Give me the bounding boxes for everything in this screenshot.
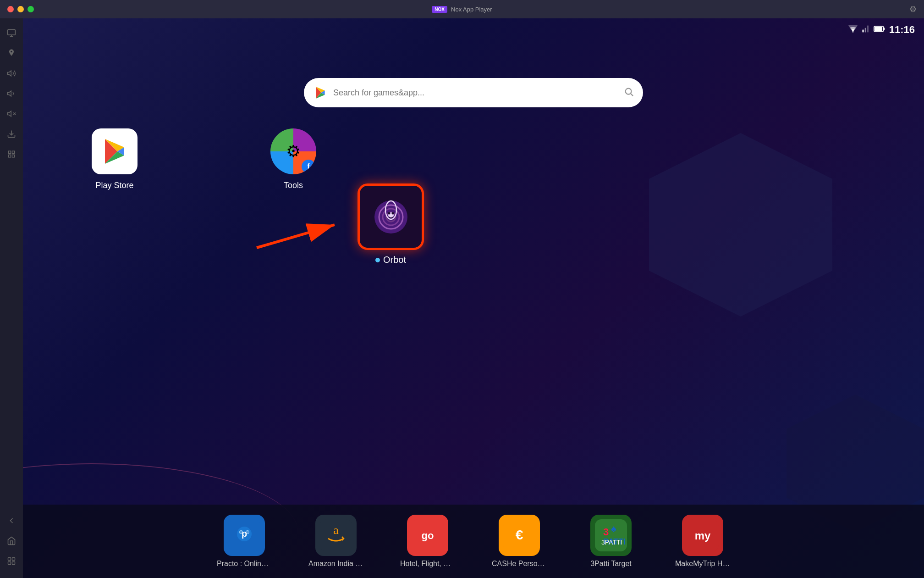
arrow-annotation [243, 202, 367, 252]
sidebar [0, 18, 23, 578]
dock-cashe[interactable]: € CASHe Personal Loan App [492, 515, 547, 568]
dock: p Practo : Online Doctor App a Amazon In… [23, 505, 924, 578]
svg-text:3PATTI: 3PATTI [601, 539, 622, 546]
android-screen: 11:16 Play Store [23, 18, 924, 578]
svg-rect-23 [874, 27, 882, 30]
svg-text:♠: ♠ [611, 523, 616, 534]
search-icon [624, 87, 634, 99]
amazon-label: Amazon India Shop, Pay,... [308, 560, 363, 568]
svg-text:€: € [516, 527, 523, 542]
svg-point-41 [388, 212, 390, 214]
sidebar-install-icon[interactable] [4, 126, 19, 142]
practo-logo: p [228, 519, 260, 551]
sidebar-back-icon[interactable] [4, 513, 19, 528]
svg-rect-11 [8, 155, 11, 157]
orbot-tor-icon [373, 199, 409, 235]
goibibo-label: Hotel, Flight, Bus Booking... [400, 560, 455, 568]
svg-point-28 [626, 89, 632, 94]
sidebar-apps-icon[interactable] [4, 553, 19, 569]
dock-amazon[interactable]: a Amazon India Shop, Pay,... [308, 515, 363, 568]
status-bar: 11:16 [839, 18, 924, 41]
minimize-button[interactable] [17, 6, 24, 12]
svg-rect-22 [883, 28, 885, 30]
makemytrip-icon: my [682, 515, 723, 556]
svg-marker-4 [8, 91, 11, 96]
svg-text:my: my [695, 529, 711, 542]
title-text: NOX Nox App Player [432, 6, 492, 13]
orbot-icon-box [358, 183, 424, 250]
tools-facebook-badge: f [302, 160, 315, 173]
svg-marker-5 [8, 111, 11, 117]
svg-point-42 [391, 212, 394, 214]
tools-app[interactable]: ⚙ f Tools [270, 128, 316, 190]
app-title: Nox App Player [451, 6, 492, 13]
wifi-icon [848, 25, 858, 35]
sidebar-location-icon[interactable] [4, 45, 19, 61]
svg-text:a: a [333, 523, 339, 537]
dock-makemytrip[interactable]: my MakeMyTrip Hotels, Flight... [675, 515, 730, 568]
title-bar: NOX Nox App Player ⚙ [0, 0, 924, 18]
play-store-app[interactable]: Play Store [92, 128, 138, 190]
sidebar-volume-up-icon[interactable] [4, 66, 19, 81]
svg-rect-15 [8, 562, 11, 565]
maximize-button[interactable] [28, 6, 34, 12]
svg-text:p: p [242, 528, 247, 539]
signal-icon [862, 25, 870, 35]
dock-goibibo[interactable]: go Hotel, Flight, Bus Booking... [400, 515, 455, 568]
svg-text:3: 3 [603, 526, 609, 538]
practo-label: Practo : Online Doctor App [217, 560, 272, 568]
svg-point-17 [852, 31, 853, 33]
orbot-app[interactable]: Orbot [358, 183, 424, 265]
sidebar-grid-icon[interactable] [4, 146, 19, 162]
cashe-logo: € [503, 519, 535, 551]
svg-rect-9 [8, 151, 11, 153]
tools-label: Tools [284, 181, 303, 190]
settings-button[interactable]: ⚙ [909, 4, 917, 14]
svg-rect-0 [8, 30, 16, 35]
orbot-status-dot [375, 258, 380, 262]
play-store-logo-icon [101, 138, 128, 165]
svg-line-29 [631, 94, 633, 96]
svg-rect-13 [8, 558, 11, 561]
play-store-logo [313, 85, 328, 100]
svg-rect-14 [12, 558, 15, 561]
tools-icon: ⚙ f [270, 128, 316, 174]
nox-logo: NOX [432, 6, 447, 13]
3patti-icon: 3 ♠ PATTI 3PATTI [590, 515, 632, 556]
sidebar-screen-icon[interactable] [4, 25, 19, 41]
search-bar[interactable] [304, 78, 643, 107]
time-display: 11:16 [889, 24, 915, 36]
dock-3patti[interactable]: 3 ♠ PATTI 3PATTI 3Patti Target [583, 515, 638, 568]
cashe-icon: € [499, 515, 540, 556]
svg-point-49 [246, 531, 249, 534]
goibibo-logo: go [412, 519, 444, 551]
tools-gear-symbol: ⚙ [286, 142, 301, 161]
3patti-logo: 3 ♠ PATTI 3PATTI [595, 519, 627, 551]
sidebar-home-icon[interactable] [4, 533, 19, 549]
battery-icon [874, 25, 886, 35]
makemytrip-logo: my [687, 519, 719, 551]
traffic-lights [7, 6, 34, 12]
svg-marker-3 [8, 71, 11, 76]
play-store-icon [92, 128, 138, 174]
amazon-logo: a [320, 519, 352, 551]
sidebar-bottom-nav [4, 513, 19, 569]
svg-rect-16 [12, 562, 15, 565]
play-store-label: Play Store [95, 181, 133, 190]
orbot-label-container: Orbot [375, 255, 406, 265]
svg-rect-12 [12, 155, 15, 157]
practo-icon: p [224, 515, 265, 556]
sidebar-volume-down-icon[interactable] [4, 86, 19, 101]
cashe-label: CASHe Personal Loan App [492, 560, 547, 568]
sidebar-mute-icon[interactable] [4, 106, 19, 122]
svg-text:go: go [422, 530, 434, 541]
search-input[interactable] [333, 88, 618, 98]
makemytrip-label: MakeMyTrip Hotels, Flight... [675, 560, 730, 568]
svg-rect-10 [12, 151, 15, 153]
orbot-label: Orbot [383, 255, 406, 265]
svg-rect-19 [864, 28, 866, 32]
goibibo-icon: go [407, 515, 448, 556]
dock-practo[interactable]: p Practo : Online Doctor App [217, 515, 272, 568]
svg-point-48 [240, 531, 242, 534]
close-button[interactable] [7, 6, 14, 12]
